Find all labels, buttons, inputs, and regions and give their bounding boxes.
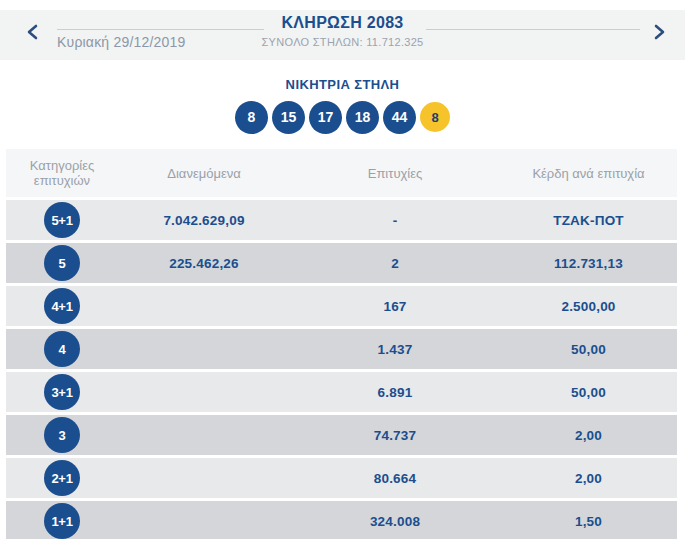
chevron-right-icon [654, 28, 665, 43]
cell-winners: 80.664 [290, 471, 500, 486]
winning-ball: 8 [235, 101, 268, 134]
column-header-winners: Επιτυχίες [290, 166, 500, 181]
cell-prize: 2,00 [500, 428, 677, 443]
winning-ball: 18 [346, 101, 379, 134]
cell-prize: 1,50 [500, 514, 677, 529]
table-row: 4+1 167 2.500,00 [6, 286, 677, 326]
winning-column-label: ΝΙΚΗΤΡΙΑ ΣΤΗΛΗ [0, 77, 685, 92]
cell-prize: 2.500,00 [500, 299, 677, 314]
winning-ball: 15 [272, 101, 305, 134]
category-ball: 3+1 [44, 374, 80, 410]
joker-ball: 8 [420, 102, 450, 132]
cell-prize: 2,00 [500, 471, 677, 486]
total-columns-label: ΣΥΝΟΛΟ ΣΤΗΛΩΝ: 11.712.325 [0, 36, 685, 48]
cell-winners: 1.437 [290, 342, 500, 357]
results-table: Κατηγορίες επιτυχιών Διανεμόμενα Επιτυχί… [6, 149, 677, 539]
cell-distributed: 225.462,26 [118, 256, 290, 271]
cell-prize: 50,00 [500, 385, 677, 400]
cell-distributed: 7.042.629,09 [118, 213, 290, 228]
cell-prize: ΤΖΑΚ-ΠΟΤ [500, 213, 677, 228]
cell-winners: 6.891 [290, 385, 500, 400]
table-row: 3+1 6.891 50,00 [6, 372, 677, 412]
column-header-categories: Κατηγορίες επιτυχιών [6, 158, 118, 188]
table-row: 5+1 7.042.629,09 - ΤΖΑΚ-ΠΟΤ [6, 200, 677, 240]
category-ball: 4 [44, 331, 80, 367]
column-header-distributed: Διανεμόμενα [118, 166, 290, 181]
table-row: 3 74.737 2,00 [6, 415, 677, 455]
category-ball: 3 [44, 417, 80, 453]
table-header-row: Κατηγορίες επιτυχιών Διανεμόμενα Επιτυχί… [6, 149, 677, 197]
category-ball: 5+1 [44, 202, 80, 238]
table-row: 2+1 80.664 2,00 [6, 458, 677, 498]
draw-header: Κυριακή 29/12/2019 ΚΛΗΡΩΣΗ 2083 ΣΥΝΟΛΟ Σ… [0, 10, 685, 60]
table-row: 5 225.462,26 2 112.731,13 [6, 243, 677, 283]
cell-winners: 167 [290, 299, 500, 314]
category-ball: 2+1 [44, 460, 80, 496]
cell-winners: 324.008 [290, 514, 500, 529]
column-header-prize: Κέρδη ανά επιτυχία [500, 166, 677, 181]
table-row: 1+1 324.008 1,50 [6, 501, 677, 539]
draw-title-block: ΚΛΗΡΩΣΗ 2083 ΣΥΝΟΛΟ ΣΤΗΛΩΝ: 11.712.325 [0, 14, 685, 48]
cell-winners: 74.737 [290, 428, 500, 443]
category-ball: 5 [44, 245, 80, 281]
joker-draw-results-page: Κυριακή 29/12/2019 ΚΛΗΡΩΣΗ 2083 ΣΥΝΟΛΟ Σ… [0, 10, 685, 539]
winning-ball: 44 [383, 101, 416, 134]
cell-winners: - [290, 213, 500, 228]
winning-column-section: ΝΙΚΗΤΡΙΑ ΣΤΗΛΗ 8 15 17 18 44 8 [0, 60, 685, 134]
next-draw-button[interactable] [654, 24, 665, 40]
winning-balls: 8 15 17 18 44 8 [0, 100, 685, 134]
header-divider-right [426, 29, 640, 30]
table-row: 4 1.437 50,00 [6, 329, 677, 369]
category-ball: 1+1 [44, 503, 80, 539]
cell-prize: 50,00 [500, 342, 677, 357]
cell-winners: 2 [290, 256, 500, 271]
winning-ball: 17 [309, 101, 342, 134]
category-ball: 4+1 [44, 288, 80, 324]
cell-prize: 112.731,13 [500, 256, 677, 271]
